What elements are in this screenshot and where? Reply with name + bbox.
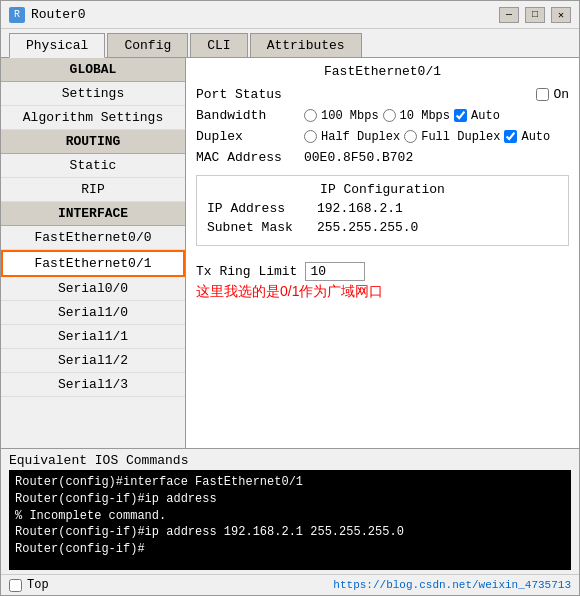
bandwidth-radio-group: 100 Mbps 10 Mbps Auto [304,109,500,123]
terminal-line-4: Router(config-if)#ip address 192.168.2.1… [15,524,565,541]
port-status-on-label: On [553,87,569,102]
duplex-half-label: Half Duplex [321,130,400,144]
sidebar-item-serial1-0[interactable]: Serial1/0 [1,301,185,325]
port-status-label: Port Status [196,87,296,102]
panel-title: FastEthernet0/1 [196,64,569,79]
sidebar-scroll[interactable]: GLOBAL Settings Algorithm Settings ROUTI… [1,58,185,448]
duplex-radio-group: Half Duplex Full Duplex Auto [304,130,550,144]
tx-ring-label: Tx Ring Limit [196,264,297,279]
title-controls: — □ ✕ [499,7,571,23]
terminal-line-2: Router(config-if)#ip address [15,491,565,508]
top-checkbox[interactable] [9,579,22,592]
tx-row-container: Tx Ring Limit 这里我选的是0/1作为广域网口 [196,256,569,301]
bandwidth-auto-checkbox[interactable] [454,109,467,122]
bandwidth-10mbps-label: 10 Mbps [400,109,450,123]
bandwidth-row: Bandwidth 100 Mbps 10 Mbps Auto [196,108,569,123]
bandwidth-10mbps-radio[interactable] [383,109,396,122]
equiv-label: Equivalent IOS Commands [1,449,579,470]
duplex-label: Duplex [196,129,296,144]
ip-config-section: IP Configuration IP Address 192.168.2.1 … [196,175,569,246]
mac-value: 00E0.8F50.B702 [304,150,413,165]
maximize-button[interactable]: □ [525,7,545,23]
duplex-full-label: Full Duplex [421,130,500,144]
title-bar: R Router0 — □ ✕ [1,1,579,29]
top-label: Top [27,578,49,592]
tab-cli[interactable]: CLI [190,33,247,57]
tab-attributes[interactable]: Attributes [250,33,362,57]
sidebar-item-fastethernet0-1[interactable]: FastEthernet0/1 [1,250,185,277]
subnet-mask-value: 255.255.255.0 [317,220,418,235]
port-status-row: Port Status On [196,87,569,102]
main-window: R Router0 — □ ✕ Physical Config CLI Attr… [0,0,580,596]
port-status-checkbox-group: On [536,87,569,102]
main-content: GLOBAL Settings Algorithm Settings ROUTI… [1,58,579,448]
sidebar-item-fastethernet0-0[interactable]: FastEthernet0/0 [1,226,185,250]
sidebar-item-rip[interactable]: RIP [1,178,185,202]
tabs-bar: Physical Config CLI Attributes [1,29,579,58]
tx-ring-row: Tx Ring Limit [196,262,569,281]
app-icon-letter: R [14,9,20,20]
subnet-mask-row: Subnet Mask 255.255.255.0 [207,220,558,235]
duplex-full-radio[interactable] [404,130,417,143]
duplex-auto-checkbox[interactable] [504,130,517,143]
sidebar-item-serial1-2[interactable]: Serial1/2 [1,349,185,373]
sidebar-section-global: GLOBAL [1,58,185,82]
terminal[interactable]: Router(config)#interface FastEthernet0/1… [9,470,571,570]
close-button[interactable]: ✕ [551,7,571,23]
app-icon: R [9,7,25,23]
bandwidth-100mbps-label: 100 Mbps [321,109,379,123]
bottom-section: Equivalent IOS Commands Router(config)#i… [1,448,579,595]
annotation-row: 这里我选的是0/1作为广域网口 [196,283,569,301]
terminal-line-1: Router(config)#interface FastEthernet0/1 [15,474,565,491]
bandwidth-100mbps-radio[interactable] [304,109,317,122]
duplex-row: Duplex Half Duplex Full Duplex Auto [196,129,569,144]
duplex-half-radio[interactable] [304,130,317,143]
window-title: Router0 [31,7,86,22]
sidebar-item-serial0-0[interactable]: Serial0/0 [1,277,185,301]
ip-address-value: 192.168.2.1 [317,201,403,216]
sidebar: GLOBAL Settings Algorithm Settings ROUTI… [1,58,186,448]
mac-label: MAC Address [196,150,296,165]
bandwidth-auto-label: Auto [471,109,500,123]
terminal-line-5: Router(config-if)# [15,541,565,558]
port-status-checkbox[interactable] [536,88,549,101]
sidebar-item-algorithm-settings[interactable]: Algorithm Settings [1,106,185,130]
bandwidth-label: Bandwidth [196,108,296,123]
sidebar-item-static[interactable]: Static [1,154,185,178]
sidebar-section-routing: ROUTING [1,130,185,154]
status-bar: Top https://blog.csdn.net/weixin_4735713 [1,574,579,595]
sidebar-item-serial1-1[interactable]: Serial1/1 [1,325,185,349]
title-bar-left: R Router0 [9,7,86,23]
ip-config-title: IP Configuration [207,182,558,197]
sidebar-item-serial1-3[interactable]: Serial1/3 [1,373,185,397]
top-checkbox-group: Top [9,578,49,592]
tx-ring-input[interactable] [305,262,365,281]
ip-address-label: IP Address [207,201,317,216]
tab-config[interactable]: Config [107,33,188,57]
duplex-auto-label: Auto [521,130,550,144]
subnet-mask-label: Subnet Mask [207,220,317,235]
annotation-text: 这里我选的是0/1作为广域网口 [196,283,383,301]
sidebar-section-interface: INTERFACE [1,202,185,226]
mac-row: MAC Address 00E0.8F50.B702 [196,150,569,165]
sidebar-item-settings[interactable]: Settings [1,82,185,106]
terminal-line-3: % Incomplete command. [15,508,565,525]
right-panel: FastEthernet0/1 Port Status On Bandwidth… [186,58,579,448]
tab-physical[interactable]: Physical [9,33,105,58]
url-link[interactable]: https://blog.csdn.net/weixin_4735713 [333,579,571,591]
ip-address-row: IP Address 192.168.2.1 [207,201,558,216]
minimize-button[interactable]: — [499,7,519,23]
